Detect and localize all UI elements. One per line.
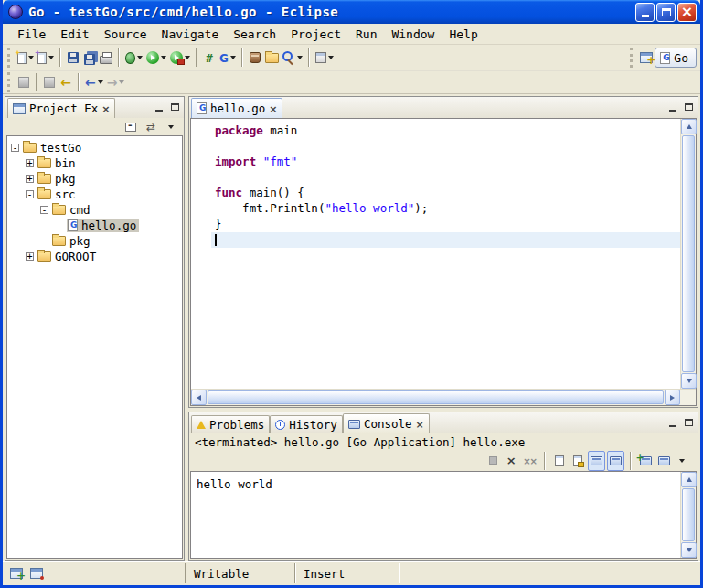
menu-project[interactable]: Project [283, 26, 348, 43]
toolbar-grip[interactable] [630, 48, 634, 68]
clear-console-button[interactable] [551, 451, 568, 471]
collapse-all-button[interactable] [122, 117, 139, 137]
annotation-ruler[interactable] [191, 119, 208, 389]
scroll-left-button[interactable] [191, 390, 207, 405]
menu-edit[interactable]: Edit [53, 26, 96, 43]
expander-icon[interactable]: + [26, 159, 34, 167]
menu-file[interactable]: File [10, 26, 53, 43]
close-icon[interactable] [269, 102, 277, 115]
tab-console[interactable]: Console [343, 413, 430, 433]
menu-run[interactable]: Run [348, 26, 384, 43]
view-menu-button[interactable] [163, 117, 179, 137]
show-console-on-output-toggle[interactable] [588, 451, 605, 471]
menu-source[interactable]: Source [97, 26, 154, 43]
scroll-down-button[interactable] [681, 373, 697, 389]
save-button[interactable] [65, 48, 81, 68]
toolbar-grip[interactable] [7, 48, 12, 68]
code-line[interactable]: package main [211, 123, 680, 139]
annotations-dropdown[interactable] [314, 48, 336, 68]
new-class-button[interactable] [201, 48, 218, 68]
expander-icon[interactable]: - [40, 206, 48, 214]
scroll-lock-button[interactable] [570, 451, 586, 471]
maximize-view-button[interactable] [681, 101, 696, 113]
tree-item-hello-go[interactable]: hello.go [7, 218, 182, 233]
remove-launch-button[interactable] [503, 451, 519, 471]
titlebar[interactable]: Go - testGo/src/cmd/hello.go - Eclipse [3, 0, 700, 24]
scroll-up-button[interactable] [681, 472, 697, 487]
expander-icon[interactable]: + [26, 252, 34, 261]
expander-icon[interactable]: - [11, 144, 19, 152]
scrollbar-thumb[interactable] [208, 390, 664, 404]
open-console-dropdown[interactable] [674, 451, 690, 471]
open-perspective-button[interactable] [638, 48, 655, 68]
console-output-text[interactable]: hello world [191, 472, 680, 558]
pin-console-button[interactable] [637, 451, 654, 471]
console-vertical-scrollbar[interactable] [680, 472, 696, 558]
perspective-go-button[interactable]: Go [655, 48, 697, 68]
terminate-button[interactable] [485, 451, 501, 471]
scrollbar-thumb[interactable] [682, 488, 695, 541]
close-button[interactable] [677, 3, 697, 22]
project-tree[interactable]: - testGo + bin + pkg - [6, 135, 183, 559]
trim-status-icon[interactable] [30, 568, 43, 579]
minimize-view-button[interactable] [666, 416, 680, 429]
fast-view-icon[interactable] [10, 568, 23, 579]
tree-item-pkg-src[interactable]: pkg [7, 233, 182, 249]
current-code-line[interactable] [211, 232, 680, 248]
minimize-button[interactable] [635, 3, 655, 22]
tab-hello-go[interactable]: hello.go [191, 98, 282, 118]
debug-dropdown[interactable] [123, 48, 144, 68]
run-dropdown[interactable] [144, 48, 168, 68]
open-resource-button[interactable] [263, 48, 281, 68]
minimize-view-button[interactable] [666, 101, 680, 113]
menu-navigate[interactable]: Navigate [154, 26, 227, 43]
scroll-right-button[interactable] [665, 390, 680, 405]
tree-item-testgo[interactable]: - testGo [7, 140, 182, 155]
tree-item-bin[interactable]: + bin [7, 155, 182, 171]
open-type-button[interactable] [247, 48, 263, 68]
maximize-view-button[interactable] [167, 101, 182, 113]
new-wizard-dropdown[interactable] [16, 48, 36, 68]
print-button[interactable] [98, 48, 114, 68]
scrollbar-track[interactable] [681, 487, 696, 542]
menu-help[interactable]: Help [442, 26, 485, 43]
menu-search[interactable]: Search [226, 26, 283, 43]
forward-dropdown[interactable] [105, 72, 127, 92]
new-go-app-dropdown[interactable] [218, 48, 238, 68]
editor-vertical-scrollbar[interactable] [680, 119, 696, 389]
next-annotation-button[interactable] [16, 72, 32, 92]
editor-horizontal-scrollbar[interactable] [191, 390, 680, 405]
back-dropdown[interactable] [83, 72, 105, 92]
remove-all-terminated-button[interactable] [521, 451, 538, 471]
code-line[interactable]: fmt.Println("hello world"); [211, 201, 680, 217]
new-go-element-dropdown[interactable] [36, 48, 56, 68]
scroll-down-button[interactable] [681, 542, 697, 558]
close-icon[interactable] [101, 102, 110, 115]
code-line[interactable]: func main() { [211, 186, 680, 201]
previous-annotation-button[interactable] [41, 72, 58, 92]
expander-icon[interactable]: - [26, 190, 34, 198]
tree-item-goroot[interactable]: + GOROOT [7, 249, 182, 264]
close-icon[interactable] [416, 417, 424, 431]
code-line[interactable]: import "fmt" [211, 155, 680, 170]
code-line[interactable] [211, 139, 680, 155]
scrollbar-thumb[interactable] [682, 135, 695, 372]
maximize-view-button[interactable] [681, 416, 696, 429]
minimize-view-button[interactable] [152, 101, 166, 113]
show-console-on-error-toggle[interactable] [607, 451, 624, 471]
maximize-button[interactable] [656, 3, 676, 22]
tree-item-cmd[interactable]: - cmd [7, 202, 182, 218]
code-area[interactable]: package main import "fmt" func main() { … [191, 119, 680, 389]
save-all-button[interactable] [81, 48, 98, 68]
external-tools-dropdown[interactable] [168, 48, 192, 68]
selected-tree-item[interactable]: hello.go [67, 219, 139, 232]
tab-problems[interactable]: Problems [191, 415, 270, 433]
code-line[interactable]: } [211, 217, 680, 232]
tree-item-pkg[interactable]: + pkg [7, 171, 182, 187]
code-line[interactable] [211, 170, 680, 186]
scrollbar-track[interactable] [681, 134, 696, 373]
toolbar-grip[interactable] [7, 72, 12, 92]
tab-history[interactable]: History [270, 415, 343, 433]
expander-icon[interactable]: + [26, 175, 34, 183]
last-edit-location-button[interactable] [58, 72, 74, 92]
